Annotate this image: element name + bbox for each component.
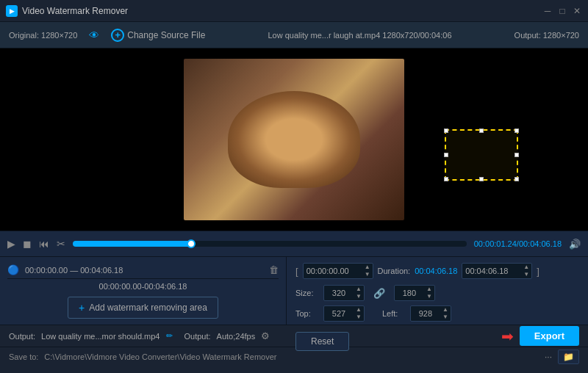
handle-top-left[interactable] — [444, 128, 448, 133]
controls-bar: ▶ ◼ ⏮ ✂ 00:00:01.24/00:04:06.18 🔊 — [0, 231, 588, 257]
video-preview — [0, 48, 588, 231]
export-arrow-icon: ➡ — [501, 327, 514, 345]
width-spinners[interactable]: ▲ ▼ — [354, 286, 364, 300]
start-time-down[interactable]: ▼ — [362, 271, 373, 278]
change-source-label: Change Source File — [127, 30, 205, 40]
height-spinners[interactable]: ▲ ▼ — [424, 286, 434, 300]
path-options-button[interactable]: ··· — [545, 352, 552, 362]
height-down[interactable]: ▼ — [424, 293, 434, 300]
width-input-group[interactable]: ▲ ▼ — [323, 285, 365, 301]
output-label: Output: — [9, 332, 35, 341]
clip-range-display: 00:00:00.00-00:04:06.18 — [7, 282, 279, 291]
add-circle-icon: + — [111, 29, 124, 42]
bracket-open: [ — [295, 266, 298, 277]
output-filename: Low quality me...mor should.mp4 — [41, 332, 159, 341]
handle-mid-left[interactable] — [444, 153, 448, 157]
time-display: 00:00:01.24/00:04:06.18 — [474, 239, 562, 248]
add-watermark-label: Add watermark removing area — [89, 303, 207, 313]
main-content — [0, 48, 588, 231]
handle-top-right[interactable] — [514, 128, 519, 133]
left-input-group[interactable]: ▲ ▼ — [410, 305, 451, 322]
progress-fill — [73, 241, 191, 247]
change-source-button[interactable]: + Change Source File — [111, 29, 205, 42]
watermark-selection-box[interactable] — [445, 129, 518, 181]
top-input-group[interactable]: ▲ ▼ — [323, 305, 365, 322]
width-up[interactable]: ▲ — [354, 286, 364, 293]
clip-time-range: 00:00:00.00 — 00:04:06.18 — [25, 266, 263, 275]
handle-bottom-left[interactable] — [444, 177, 448, 181]
app-logo: ▶ — [6, 5, 18, 17]
reset-button[interactable]: Reset — [295, 332, 349, 351]
app-title: Video Watermark Remover — [22, 6, 128, 16]
start-time-input[interactable] — [304, 265, 362, 277]
left-spinners[interactable]: ▲ ▼ — [440, 306, 451, 321]
top-label: Top: — [295, 309, 318, 318]
title-bar: ▶ Video Watermark Remover ─ □ ✕ — [0, 0, 588, 22]
left-label: Left: — [382, 309, 404, 318]
position-row: Top: ▲ ▼ Left: ▲ ▼ — [295, 305, 579, 322]
end-time-input-group[interactable]: ▲ ▼ — [462, 263, 532, 279]
video-scene — [0, 48, 588, 231]
clip-marker-icon: 🔵 — [7, 264, 19, 275]
top-input[interactable] — [324, 308, 354, 319]
height-input[interactable] — [395, 287, 424, 299]
handle-bottom-right[interactable] — [514, 177, 519, 181]
bottom-section: 🔵 00:00:00.00 — 00:04:06.18 🗑 00:00:00.0… — [0, 257, 588, 325]
time-row: [ ▲ ▼ Duration: 00:04:06.18 ▲ ▼ ] — [295, 263, 579, 279]
duration-label: Duration: — [378, 267, 411, 275]
start-time-up[interactable]: ▲ — [362, 264, 373, 271]
end-time-down[interactable]: ▼ — [521, 271, 531, 278]
export-button[interactable]: Export — [520, 326, 579, 346]
progress-thumb[interactable] — [187, 239, 196, 248]
play-button[interactable]: ▶ — [7, 238, 15, 250]
prev-frame-button[interactable]: ⏮ — [39, 238, 49, 250]
start-time-input-group[interactable]: ▲ ▼ — [303, 263, 373, 279]
link-icon[interactable]: 🔗 — [370, 288, 388, 299]
volume-icon[interactable]: 🔊 — [569, 239, 581, 250]
handle-top-mid[interactable] — [479, 128, 484, 133]
add-watermark-button[interactable]: + Add watermark removing area — [68, 297, 218, 319]
output-settings-label: Output: — [184, 332, 211, 341]
left-down[interactable]: ▼ — [440, 314, 451, 321]
close-button[interactable]: ✕ — [572, 6, 582, 16]
width-input[interactable] — [324, 287, 354, 299]
start-time-spinners[interactable]: ▲ ▼ — [362, 264, 373, 278]
stop-button[interactable]: ◼ — [23, 238, 32, 250]
end-time-up[interactable]: ▲ — [521, 264, 531, 271]
window-controls[interactable]: ─ □ ✕ — [542, 6, 582, 16]
plus-icon: + — [79, 302, 85, 314]
size-row: Size: ▲ ▼ 🔗 ▲ ▼ — [295, 285, 579, 301]
left-panel: 🔵 00:00:00.00 — 00:04:06.18 🗑 00:00:00.0… — [0, 257, 287, 325]
duration-value: 00:04:06.18 — [415, 267, 457, 275]
top-down[interactable]: ▼ — [354, 314, 364, 321]
video-frame — [184, 59, 404, 220]
minimize-button[interactable]: ─ — [542, 6, 553, 16]
end-time-spinners[interactable]: ▲ ▼ — [521, 264, 531, 278]
edit-filename-icon[interactable]: ✏ — [166, 331, 173, 341]
left-up[interactable]: ▲ — [440, 306, 451, 314]
width-down[interactable]: ▼ — [354, 293, 364, 300]
preview-eye-icon[interactable]: 👁 — [89, 29, 99, 41]
size-label: Size: — [295, 289, 318, 297]
height-input-group[interactable]: ▲ ▼ — [394, 285, 435, 301]
end-time-input[interactable] — [462, 265, 521, 277]
left-input[interactable] — [411, 308, 440, 319]
top-bar: Original: 1280×720 👁 + Change Source Fil… — [0, 22, 588, 48]
right-panel: [ ▲ ▼ Duration: 00:04:06.18 ▲ ▼ ] Size — [287, 257, 588, 325]
output-resolution: Output: 1280×720 — [514, 31, 579, 40]
top-spinners[interactable]: ▲ ▼ — [354, 306, 364, 321]
height-up[interactable]: ▲ — [424, 286, 434, 293]
top-up[interactable]: ▲ — [354, 306, 364, 314]
delete-clip-icon[interactable]: 🗑 — [269, 264, 279, 275]
clip-row: 🔵 00:00:00.00 — 00:04:06.18 🗑 — [7, 261, 279, 279]
maximize-button[interactable]: □ — [557, 6, 567, 16]
clip-button[interactable]: ✂ — [57, 238, 65, 250]
progress-bar[interactable] — [73, 241, 467, 247]
bracket-close: ] — [537, 266, 539, 277]
handle-mid-right[interactable] — [514, 153, 519, 157]
handle-bottom-mid[interactable] — [479, 177, 484, 181]
file-info: Low quality me...r laugh at.mp4 1280x720… — [217, 31, 502, 40]
title-bar-left: ▶ Video Watermark Remover — [6, 5, 128, 17]
settings-gear-icon[interactable]: ⚙ — [261, 330, 270, 341]
open-folder-button[interactable]: 📁 — [558, 350, 579, 364]
